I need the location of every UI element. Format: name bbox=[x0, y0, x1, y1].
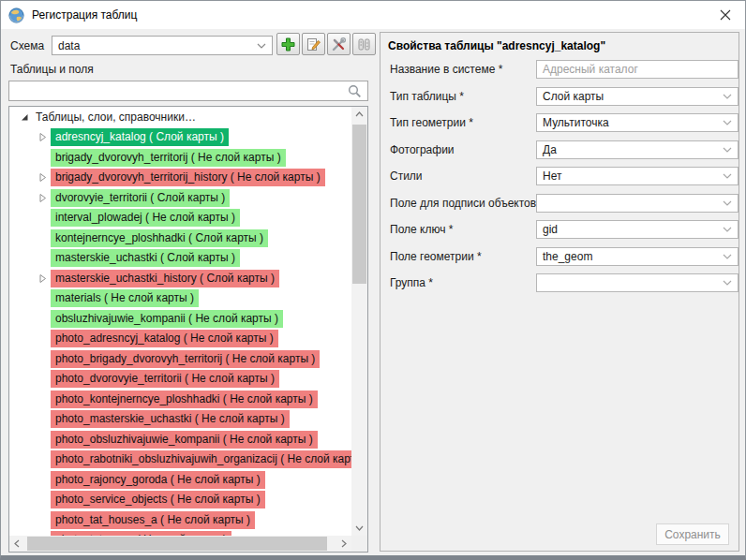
horizontal-scroll-thumb[interactable] bbox=[27, 537, 327, 551]
close-button[interactable] bbox=[706, 1, 745, 29]
tree-item-label: materials ( Не слой карты ) bbox=[51, 289, 199, 307]
tree-viewport: Таблицы, слои, справочники… adresncyj_ka… bbox=[10, 107, 351, 536]
expand-arrow-icon[interactable] bbox=[37, 132, 48, 142]
tree-item[interactable]: photo_tat_houses_a ( Не слой карты ) bbox=[10, 510, 351, 531]
tree-item[interactable]: brigady_dvorovyh_territorij ( Не слой ка… bbox=[10, 148, 351, 169]
tree-item[interactable]: photo_kontejnerncye_ploshhadki ( Не слой… bbox=[10, 390, 351, 410]
edit-button[interactable] bbox=[302, 33, 325, 55]
tree-search-input[interactable] bbox=[8, 81, 368, 101]
vertical-scroll-thumb[interactable] bbox=[352, 125, 366, 284]
table-structure-icon bbox=[356, 37, 372, 52]
tree-item[interactable]: masterskie_uchastki_history ( Слой карты… bbox=[10, 269, 351, 289]
schema-selected-value: data bbox=[58, 39, 80, 52]
tree-root-label: Таблицы, слои, справочники… bbox=[36, 111, 196, 124]
tree-item[interactable]: photo_rajoncy_goroda ( Не слой карты ) bbox=[10, 470, 351, 491]
property-field[interactable]: Адресный каталог bbox=[536, 60, 739, 79]
tree-item-label: photo_service_objects ( Не слой карты ) bbox=[51, 491, 265, 508]
tree-item-label: photo_rajoncy_goroda ( Не слой карты ) bbox=[51, 471, 265, 489]
tree-item-label: photo_masterskie_uchastki ( Не слой карт… bbox=[51, 410, 290, 428]
chevron-down-icon bbox=[723, 227, 732, 232]
tree-root-node[interactable]: Таблицы, слои, справочники… bbox=[10, 107, 351, 127]
property-field[interactable]: the_geom bbox=[536, 247, 739, 266]
property-label: Название в системе * bbox=[390, 63, 502, 76]
chevron-down-icon bbox=[723, 254, 732, 259]
expand-arrow-icon[interactable] bbox=[37, 172, 48, 183]
scroll-down-icon[interactable] bbox=[351, 521, 367, 536]
tree-item[interactable]: adresncyj_katalog ( Слой карты ) bbox=[10, 127, 351, 148]
tree-item-label: kontejnerncye_ploshhadki ( Слой карты ) bbox=[51, 229, 268, 247]
property-row: Поле геометрии * the_geom bbox=[388, 247, 731, 268]
tree-item[interactable]: obsluzhivajuwie_kompanii ( Не слой карты… bbox=[10, 309, 351, 330]
property-value: Слой карты bbox=[543, 90, 604, 103]
tree-item-label: masterskie_uchastki ( Слой карты ) bbox=[51, 249, 240, 267]
property-field[interactable]: Мультиточка bbox=[536, 113, 739, 132]
tree-item[interactable]: interval_plowadej ( Не слой карты ) bbox=[10, 208, 351, 228]
tree-items: adresncyj_katalog ( Слой карты ) brigady… bbox=[10, 127, 351, 536]
tree-item-label: photo_tat_houses_a ( Не слой карты ) bbox=[51, 511, 255, 529]
scroll-right-icon[interactable] bbox=[336, 536, 351, 552]
property-field[interactable]: Да bbox=[536, 140, 739, 159]
property-row: Название в системе * Адресный каталог bbox=[388, 60, 731, 81]
property-value: Мультиточка bbox=[543, 116, 609, 129]
tree-item[interactable]: materials ( Не слой карты ) bbox=[10, 288, 351, 309]
plus-icon bbox=[280, 37, 296, 52]
property-row: Фотографии Да bbox=[388, 140, 731, 161]
property-label: Фотографии bbox=[390, 143, 455, 156]
property-value: gid bbox=[543, 223, 558, 236]
tree-item[interactable]: photo_brigady_dvorovyh_territorij ( Не с… bbox=[10, 349, 351, 370]
expand-arrow-icon[interactable] bbox=[37, 193, 48, 203]
property-row: Тип таблицы * Слой карты bbox=[388, 87, 731, 108]
tree-item[interactable]: photo_dvorovyie_territorii ( Не слой кар… bbox=[10, 369, 351, 390]
chevron-down-icon bbox=[723, 173, 732, 179]
tree-item-label: photo_rabotniki_obsluzhivajuwih_organiza… bbox=[51, 450, 351, 468]
property-field[interactable]: Слой карты bbox=[536, 87, 739, 106]
tree-item-label: photo_brigady_dvorovyh_territorij ( Не с… bbox=[51, 350, 320, 368]
register-tables-dialog: Регистрация таблиц Схема data bbox=[0, 0, 746, 560]
close-icon bbox=[720, 9, 731, 21]
property-field[interactable]: gid bbox=[536, 220, 739, 239]
property-value: Да bbox=[543, 143, 557, 156]
add-button[interactable] bbox=[276, 33, 300, 55]
expanded-arrow-icon[interactable] bbox=[20, 112, 29, 122]
tree-item[interactable]: photo_service_objects ( Не слой карты ) bbox=[10, 490, 351, 510]
chevron-down-icon bbox=[723, 94, 732, 99]
scroll-up-icon[interactable] bbox=[351, 107, 367, 122]
tree-item-label: photo_dvorovyie_territorii ( Не слой кар… bbox=[51, 370, 279, 388]
schema-label: Схема bbox=[10, 39, 44, 52]
structure-button[interactable] bbox=[352, 33, 376, 55]
tree-item[interactable]: masterskie_uchastki ( Слой карты ) bbox=[10, 248, 351, 269]
tree-item-label: adresncyj_katalog ( Слой карты ) bbox=[51, 128, 229, 146]
tree-item[interactable]: kontejnerncye_ploshhadki ( Слой карты ) bbox=[10, 228, 351, 249]
tree-item[interactable]: photo_adresncyj_katalog ( Не слой карты … bbox=[10, 329, 351, 349]
save-button[interactable]: Сохранить bbox=[656, 523, 729, 545]
chevron-down-icon bbox=[723, 200, 732, 206]
tree-vertical-scrollbar[interactable] bbox=[351, 107, 367, 536]
tree-item-label: brigady_dvorovyh_territorij_history ( Не… bbox=[51, 169, 325, 186]
title-bar: Регистрация таблиц bbox=[1, 1, 745, 29]
tree-item[interactable]: brigady_dvorovyh_territorij_history ( Не… bbox=[10, 168, 351, 188]
tree-item-label: photo_obsluzhivajuwie_kompanii ( Не слой… bbox=[51, 431, 318, 449]
tree-item-label: brigady_dvorovyh_territorij ( Не слой ка… bbox=[51, 149, 286, 167]
table-properties-panel: Свойства таблицы "adresncyj_katalog" Наз… bbox=[380, 32, 739, 552]
property-label: Поле для подписи объектов bbox=[390, 197, 536, 210]
globe-icon bbox=[8, 7, 24, 23]
search-icon[interactable] bbox=[347, 83, 363, 99]
tree-item-label: masterskie_uchastki_history ( Слой карты… bbox=[51, 270, 279, 287]
property-field[interactable]: Нет bbox=[536, 167, 739, 185]
tools-button[interactable] bbox=[327, 33, 351, 55]
expand-arrow-icon[interactable] bbox=[37, 273, 48, 284]
edit-pencil-icon bbox=[306, 37, 321, 52]
tree-item[interactable]: dvorovyie_territorii ( Слой карты ) bbox=[10, 188, 351, 209]
property-field[interactable] bbox=[536, 194, 739, 213]
tree-item[interactable]: photo_rabotniki_obsluzhivajuwih_organiza… bbox=[10, 449, 351, 470]
property-label: Поле геометрии * bbox=[390, 250, 482, 263]
tables-fields-label: Таблицы и поля bbox=[10, 63, 94, 76]
tree-item[interactable]: photo_obsluzhivajuwie_kompanii ( Не слой… bbox=[10, 430, 351, 450]
tree-item[interactable]: photo_masterskie_uchastki ( Не слой карт… bbox=[10, 409, 351, 430]
tree-horizontal-scrollbar[interactable] bbox=[9, 536, 351, 552]
tree-item-label: dvorovyie_territorii ( Слой карты ) bbox=[51, 189, 230, 207]
property-field[interactable] bbox=[536, 273, 739, 292]
schema-select[interactable]: data bbox=[52, 36, 273, 55]
scroll-left-icon[interactable] bbox=[9, 536, 24, 552]
tables-tree: Таблицы, слои, справочники… adresncyj_ka… bbox=[8, 106, 368, 553]
